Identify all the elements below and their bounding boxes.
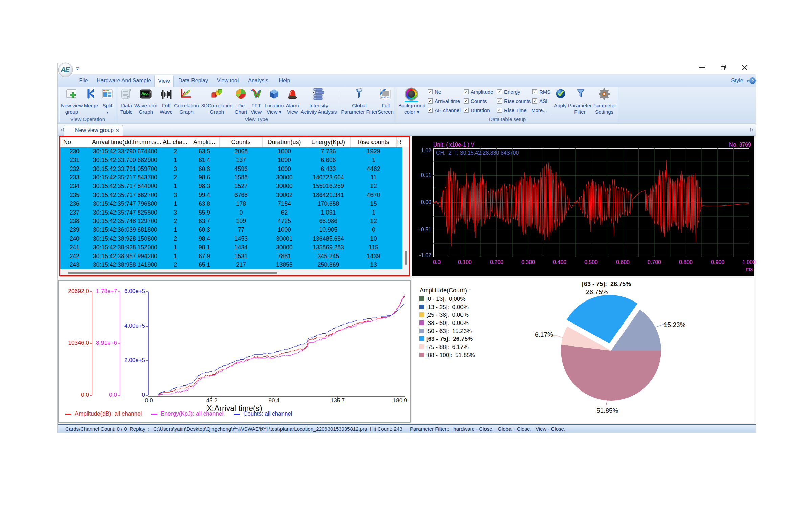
svg-text:pattern: pattern bbox=[381, 96, 390, 99]
